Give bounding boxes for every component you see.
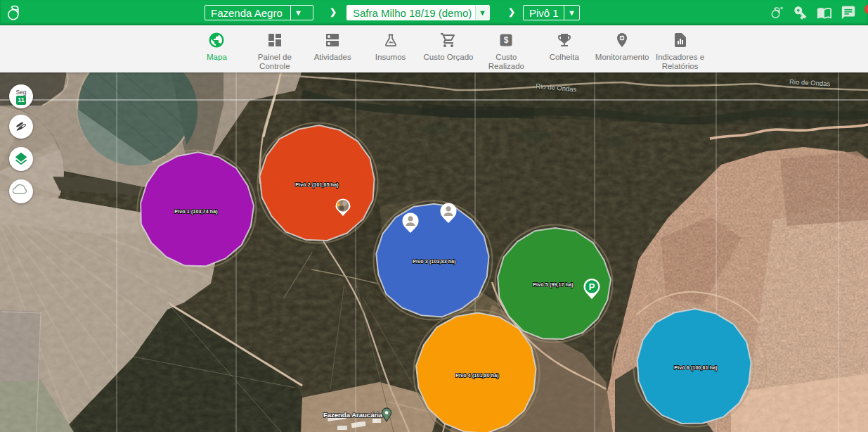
svg-text:Pivô 1 (103,74 ha): Pivô 1 (103,74 ha) bbox=[174, 209, 217, 215]
svg-text:Pivô 3 (103,83 ha): Pivô 3 (103,83 ha) bbox=[413, 259, 455, 265]
svg-text:Pivô 4 (101,80 ha): Pivô 4 (101,80 ha) bbox=[455, 373, 498, 379]
svg-text:Pivô 6 (100,61 ha): Pivô 6 (100,61 ha) bbox=[674, 365, 717, 371]
svg-text:Pivô 2 (101,05 ha): Pivô 2 (101,05 ha) bbox=[295, 182, 338, 188]
svg-text:Fazenda Araucária: Fazenda Araucária bbox=[323, 411, 383, 419]
svg-text:P: P bbox=[589, 281, 595, 292]
svg-text:$: $ bbox=[504, 35, 509, 45]
svg-text:Pivô 5 (99,17 ha): Pivô 5 (99,17 ha) bbox=[533, 282, 573, 288]
